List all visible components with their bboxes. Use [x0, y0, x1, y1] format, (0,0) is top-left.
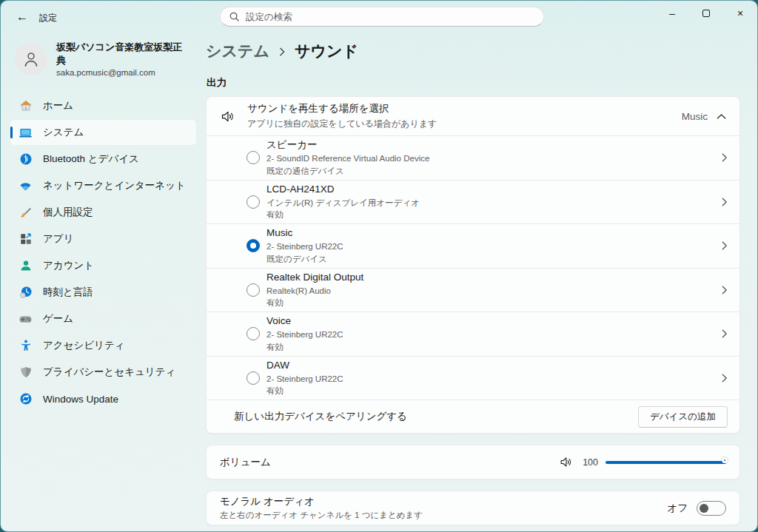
device-name: Voice [266, 315, 343, 328]
radio-button[interactable] [246, 371, 260, 385]
search-input[interactable] [246, 12, 534, 22]
volume-slider[interactable] [606, 457, 726, 468]
sidebar-item-accounts[interactable]: アカウント [10, 253, 196, 278]
sidebar-item-label: アカウント [43, 259, 94, 272]
sidebar-item-gaming[interactable]: ゲーム [10, 306, 196, 331]
chevron-right-icon[interactable] [721, 152, 728, 163]
user-name: 坂梨パソコン音楽教室坂梨正典 [56, 41, 192, 67]
device-status: 既定のデバイス [266, 254, 343, 264]
sidebar-item-apps[interactable]: アプリ [10, 226, 196, 252]
selected-device-value: Music [682, 111, 708, 122]
sidebar: 坂梨パソコン音楽教室坂梨正典 saka.pcmusic@gmail.com ホー… [1, 33, 206, 531]
radio-button[interactable] [246, 195, 260, 209]
pair-device-label: 新しい出力デバイスをペアリングする [234, 410, 407, 423]
sidebar-item-label: 時刻と言語 [43, 286, 93, 299]
avatar [15, 43, 47, 75]
chevron-right-icon[interactable] [721, 373, 728, 383]
device-detail: Realtek(R) Audio [266, 286, 363, 296]
main-content: システム サウンド 出力 サウンドを再生する場所を選択 アプリに独自の設定をして… [206, 33, 740, 531]
device-row-speakers[interactable]: スピーカー 2- SoundID Reference Virtual Audio… [207, 135, 739, 180]
user-email: saka.pcmusic@gmail.com [56, 68, 192, 77]
output-device-expander[interactable]: サウンドを再生する場所を選択 アプリに独自の設定をしている場合があります Mus… [207, 97, 739, 135]
time-language-icon [19, 286, 33, 300]
sidebar-item-personalization[interactable]: 個人用設定 [10, 200, 196, 225]
device-name: Realtek Digital Output [266, 272, 363, 284]
chevron-right-icon[interactable] [721, 329, 728, 339]
device-status: 有効 [266, 297, 363, 308]
back-button[interactable]: ← [11, 8, 33, 26]
breadcrumb: システム サウンド [206, 40, 740, 62]
output-selector-subtitle: アプリに独自の設定をしている場合があります [247, 118, 437, 130]
volume-value: 100 [580, 457, 598, 468]
close-button[interactable]: × [723, 1, 757, 26]
system-icon [19, 126, 33, 140]
mono-toggle-state: オフ [667, 502, 688, 515]
output-device-card: サウンドを再生する場所を選択 アプリに独自の設定をしている場合があります Mus… [206, 96, 740, 434]
mono-audio-card: モノラル オーディオ 左と右のオーディオ チャンネルを 1 つにまとめます オフ [206, 491, 740, 525]
sidebar-item-accessibility[interactable]: アクセシビリティ [10, 333, 196, 358]
device-detail: 2- Steinberg UR22C [266, 329, 343, 340]
chevron-up-icon[interactable] [717, 113, 726, 120]
radio-button[interactable] [246, 239, 260, 252]
sidebar-item-windows-update[interactable]: Windows Update [10, 386, 196, 411]
mono-audio-toggle[interactable] [697, 501, 726, 516]
page-title: サウンド [295, 41, 358, 61]
chevron-right-icon[interactable] [721, 285, 728, 295]
sidebar-item-system[interactable]: システム [10, 120, 196, 145]
accounts-icon [19, 259, 33, 273]
chevron-right-icon [278, 47, 286, 57]
privacy-icon [19, 366, 33, 380]
device-row-daw[interactable]: DAW 2- Steinberg UR22C 有効 [207, 356, 739, 400]
radio-button[interactable] [246, 283, 260, 297]
mono-audio-title: モノラル オーディオ [220, 495, 423, 508]
device-status: 有効 [266, 385, 343, 396]
device-row-realtek[interactable]: Realtek Digital Output Realtek(R) Audio … [207, 268, 739, 312]
sidebar-item-bluetooth[interactable]: Bluetooth とデバイス [10, 147, 196, 172]
sidebar-item-privacy[interactable]: プライバシーとセキュリティ [10, 360, 196, 385]
accessibility-icon [19, 339, 33, 353]
minimize-button[interactable]: – [655, 1, 689, 26]
device-status: 有効 [266, 209, 420, 220]
sidebar-item-label: ネットワークとインターネット [43, 179, 186, 192]
volume-speaker-icon[interactable] [559, 455, 573, 469]
device-detail: インテル(R) ディスプレイ用オーディオ [266, 198, 420, 208]
chevron-right-icon[interactable] [721, 197, 728, 207]
sidebar-item-label: プライバシーとセキュリティ [43, 366, 175, 379]
search-box[interactable] [220, 7, 544, 27]
settings-window: ← 設定 – × 坂梨パソコン音楽教室坂梨正典 saka.pcmusic@gma… [0, 0, 758, 532]
bluetooth-icon [19, 152, 33, 166]
device-row-lcd[interactable]: LCD-AH241XD インテル(R) ディスプレイ用オーディオ 有効 [207, 180, 739, 224]
device-row-music[interactable]: Music 2- Steinberg UR22C 既定のデバイス [207, 223, 739, 268]
sidebar-item-label: ゲーム [43, 312, 73, 326]
output-selector-title: サウンドを再生する場所を選択 [247, 102, 437, 115]
toggle-knob [700, 504, 708, 513]
device-status: 有効 [266, 342, 343, 352]
volume-slider-track [606, 461, 726, 464]
sidebar-item-label: システム [43, 126, 84, 139]
volume-slider-thumb[interactable] [722, 457, 728, 463]
titlebar: ← 設定 – × [1, 1, 757, 33]
device-detail: 2- Steinberg UR22C [266, 374, 343, 384]
maximize-button[interactable] [689, 1, 723, 26]
sidebar-item-label: アプリ [43, 232, 73, 246]
sidebar-item-network[interactable]: ネットワークとインターネット [10, 173, 196, 198]
radio-button[interactable] [246, 327, 260, 340]
user-profile[interactable]: 坂梨パソコン音楽教室坂梨正典 saka.pcmusic@gmail.com [12, 38, 195, 80]
device-name: LCD-AH241XD [266, 183, 420, 196]
device-row-voice[interactable]: Voice 2- Steinberg UR22C 有効 [207, 312, 739, 356]
sidebar-item-label: Windows Update [43, 394, 118, 405]
search-icon [229, 12, 239, 21]
chevron-right-icon[interactable] [721, 240, 728, 251]
personalization-icon [19, 206, 33, 220]
radio-button[interactable] [246, 151, 260, 164]
sidebar-nav: ホーム システム Bluetooth とデバイス ネットワークとインターネット [10, 93, 196, 411]
add-device-button[interactable]: デバイスの追加 [638, 406, 728, 428]
network-icon [19, 179, 33, 193]
app-title: 設定 [39, 12, 57, 24]
gaming-icon [19, 312, 33, 326]
breadcrumb-system[interactable]: システム [206, 41, 269, 61]
sidebar-item-time-language[interactable]: 時刻と言語 [10, 280, 196, 305]
device-detail: 2- SoundID Reference Virtual Audio Devic… [266, 153, 429, 164]
volume-label: ボリューム [220, 456, 271, 469]
sidebar-item-home[interactable]: ホーム [10, 93, 196, 118]
